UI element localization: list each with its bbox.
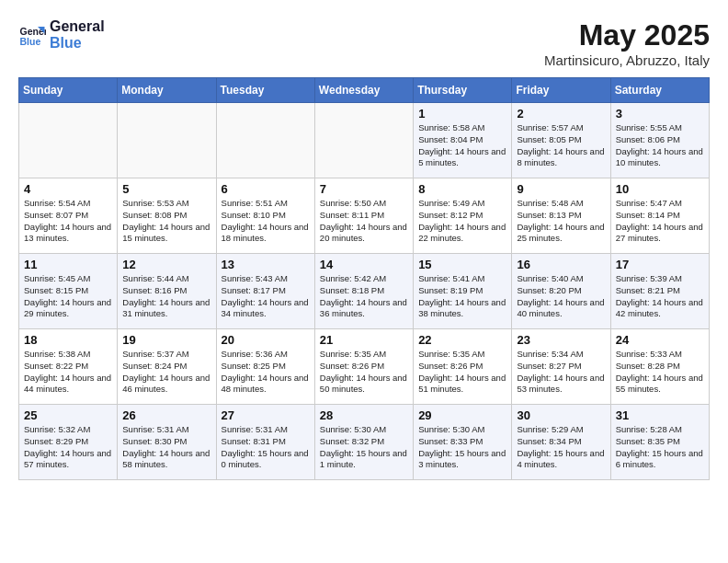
calendar-cell: 9Sunrise: 5:48 AM Sunset: 8:13 PM Daylig… (512, 178, 610, 254)
day-info: Sunrise: 5:36 AM Sunset: 8:25 PM Dayligh… (222, 349, 310, 396)
calendar-cell (314, 103, 413, 178)
calendar-cell: 11Sunrise: 5:45 AM Sunset: 8:15 PM Dayli… (19, 254, 118, 329)
day-info: Sunrise: 5:48 AM Sunset: 8:13 PM Dayligh… (517, 198, 605, 245)
calendar-cell: 3Sunrise: 5:55 AM Sunset: 8:06 PM Daylig… (610, 103, 709, 178)
day-number: 19 (122, 333, 210, 347)
day-number: 13 (222, 258, 310, 271)
day-info: Sunrise: 5:31 AM Sunset: 8:30 PM Dayligh… (122, 424, 210, 471)
calendar-cell: 17Sunrise: 5:39 AM Sunset: 8:21 PM Dayli… (610, 254, 709, 329)
day-number: 29 (418, 408, 506, 422)
location-subtitle: Martinsicuro, Abruzzo, Italy (544, 52, 710, 68)
day-number: 2 (517, 107, 605, 121)
calendar-cell: 26Sunrise: 5:31 AM Sunset: 8:30 PM Dayli… (118, 405, 216, 480)
day-info: Sunrise: 5:44 AM Sunset: 8:16 PM Dayligh… (122, 273, 210, 320)
calendar-cell (118, 103, 216, 178)
day-number: 7 (320, 182, 408, 196)
weekday-header-saturday: Saturday (610, 78, 709, 103)
day-info: Sunrise: 5:37 AM Sunset: 8:24 PM Dayligh… (122, 349, 210, 396)
calendar-cell: 15Sunrise: 5:41 AM Sunset: 8:19 PM Dayli… (414, 254, 512, 329)
day-info: Sunrise: 5:51 AM Sunset: 8:10 PM Dayligh… (222, 198, 310, 245)
day-info: Sunrise: 5:40 AM Sunset: 8:20 PM Dayligh… (517, 273, 605, 320)
day-info: Sunrise: 5:31 AM Sunset: 8:31 PM Dayligh… (222, 424, 310, 471)
day-info: Sunrise: 5:54 AM Sunset: 8:07 PM Dayligh… (24, 198, 112, 245)
day-info: Sunrise: 5:35 AM Sunset: 8:26 PM Dayligh… (418, 349, 506, 396)
calendar-cell: 20Sunrise: 5:36 AM Sunset: 8:25 PM Dayli… (216, 329, 314, 405)
month-title: May 2025 (544, 18, 710, 52)
day-info: Sunrise: 5:45 AM Sunset: 8:15 PM Dayligh… (24, 273, 112, 320)
calendar-table: SundayMondayTuesdayWednesdayThursdayFrid… (18, 77, 710, 480)
day-number: 17 (616, 258, 704, 271)
logo-blue: Blue (50, 35, 105, 52)
day-number: 4 (24, 182, 112, 196)
calendar-cell: 21Sunrise: 5:35 AM Sunset: 8:26 PM Dayli… (314, 329, 413, 405)
calendar-cell: 23Sunrise: 5:34 AM Sunset: 8:27 PM Dayli… (512, 329, 610, 405)
day-info: Sunrise: 5:38 AM Sunset: 8:22 PM Dayligh… (24, 349, 112, 396)
day-number: 10 (616, 182, 704, 196)
day-number: 3 (616, 107, 704, 121)
day-info: Sunrise: 5:53 AM Sunset: 8:08 PM Dayligh… (122, 198, 210, 245)
calendar-cell: 12Sunrise: 5:44 AM Sunset: 8:16 PM Dayli… (118, 254, 216, 329)
day-info: Sunrise: 5:30 AM Sunset: 8:32 PM Dayligh… (320, 424, 408, 471)
day-number: 28 (320, 408, 408, 422)
calendar-cell: 30Sunrise: 5:29 AM Sunset: 8:34 PM Dayli… (512, 405, 610, 480)
weekday-header-sunday: Sunday (19, 78, 118, 103)
calendar-cell: 31Sunrise: 5:28 AM Sunset: 8:35 PM Dayli… (610, 405, 709, 480)
day-info: Sunrise: 5:29 AM Sunset: 8:34 PM Dayligh… (517, 424, 605, 471)
calendar-cell: 4Sunrise: 5:54 AM Sunset: 8:07 PM Daylig… (19, 178, 118, 254)
calendar-cell: 6Sunrise: 5:51 AM Sunset: 8:10 PM Daylig… (216, 178, 314, 254)
day-info: Sunrise: 5:30 AM Sunset: 8:33 PM Dayligh… (418, 424, 506, 471)
calendar-cell: 18Sunrise: 5:38 AM Sunset: 8:22 PM Dayli… (19, 329, 118, 405)
day-info: Sunrise: 5:49 AM Sunset: 8:12 PM Dayligh… (418, 198, 506, 245)
day-number: 22 (418, 333, 506, 347)
day-info: Sunrise: 5:34 AM Sunset: 8:27 PM Dayligh… (517, 349, 605, 396)
day-info: Sunrise: 5:57 AM Sunset: 8:05 PM Dayligh… (517, 122, 605, 169)
calendar-cell: 16Sunrise: 5:40 AM Sunset: 8:20 PM Dayli… (512, 254, 610, 329)
day-info: Sunrise: 5:28 AM Sunset: 8:35 PM Dayligh… (616, 424, 704, 471)
day-number: 25 (24, 408, 112, 422)
logo-icon: General Blue (18, 21, 46, 49)
day-info: Sunrise: 5:55 AM Sunset: 8:06 PM Dayligh… (616, 122, 704, 169)
weekday-header-friday: Friday (512, 78, 610, 103)
day-number: 12 (122, 258, 210, 271)
title-block: May 2025 Martinsicuro, Abruzzo, Italy (544, 18, 710, 68)
calendar-cell: 25Sunrise: 5:32 AM Sunset: 8:29 PM Dayli… (19, 405, 118, 480)
calendar-cell: 5Sunrise: 5:53 AM Sunset: 8:08 PM Daylig… (118, 178, 216, 254)
day-number: 21 (320, 333, 408, 347)
calendar-cell: 29Sunrise: 5:30 AM Sunset: 8:33 PM Dayli… (414, 405, 512, 480)
day-info: Sunrise: 5:50 AM Sunset: 8:11 PM Dayligh… (320, 198, 408, 245)
day-info: Sunrise: 5:42 AM Sunset: 8:18 PM Dayligh… (320, 273, 408, 320)
calendar-cell: 1Sunrise: 5:58 AM Sunset: 8:04 PM Daylig… (414, 103, 512, 178)
day-info: Sunrise: 5:32 AM Sunset: 8:29 PM Dayligh… (24, 424, 112, 471)
calendar-cell: 13Sunrise: 5:43 AM Sunset: 8:17 PM Dayli… (216, 254, 314, 329)
day-number: 20 (222, 333, 310, 347)
calendar-cell: 28Sunrise: 5:30 AM Sunset: 8:32 PM Dayli… (314, 405, 413, 480)
day-number: 6 (222, 182, 310, 196)
calendar-cell (216, 103, 314, 178)
day-number: 14 (320, 258, 408, 271)
day-info: Sunrise: 5:35 AM Sunset: 8:26 PM Dayligh… (320, 349, 408, 396)
day-number: 11 (24, 258, 112, 271)
day-number: 26 (122, 408, 210, 422)
day-number: 5 (122, 182, 210, 196)
calendar-cell: 24Sunrise: 5:33 AM Sunset: 8:28 PM Dayli… (610, 329, 709, 405)
day-info: Sunrise: 5:33 AM Sunset: 8:28 PM Dayligh… (616, 349, 704, 396)
day-info: Sunrise: 5:47 AM Sunset: 8:14 PM Dayligh… (616, 198, 704, 245)
weekday-header-thursday: Thursday (414, 78, 512, 103)
calendar-header: SundayMondayTuesdayWednesdayThursdayFrid… (19, 78, 710, 103)
calendar-cell: 7Sunrise: 5:50 AM Sunset: 8:11 PM Daylig… (314, 178, 413, 254)
weekday-header-monday: Monday (118, 78, 216, 103)
calendar-cell: 10Sunrise: 5:47 AM Sunset: 8:14 PM Dayli… (610, 178, 709, 254)
calendar-cell: 8Sunrise: 5:49 AM Sunset: 8:12 PM Daylig… (414, 178, 512, 254)
logo: General Blue General Blue (18, 18, 105, 51)
day-number: 16 (517, 258, 605, 271)
calendar-cell: 19Sunrise: 5:37 AM Sunset: 8:24 PM Dayli… (118, 329, 216, 405)
weekday-header-wednesday: Wednesday (314, 78, 413, 103)
logo-general: General (50, 18, 105, 35)
calendar-cell: 27Sunrise: 5:31 AM Sunset: 8:31 PM Dayli… (216, 405, 314, 480)
calendar-cell (19, 103, 118, 178)
day-number: 30 (517, 408, 605, 422)
day-number: 15 (418, 258, 506, 271)
day-number: 9 (517, 182, 605, 196)
svg-text:Blue: Blue (20, 35, 41, 46)
day-number: 27 (222, 408, 310, 422)
